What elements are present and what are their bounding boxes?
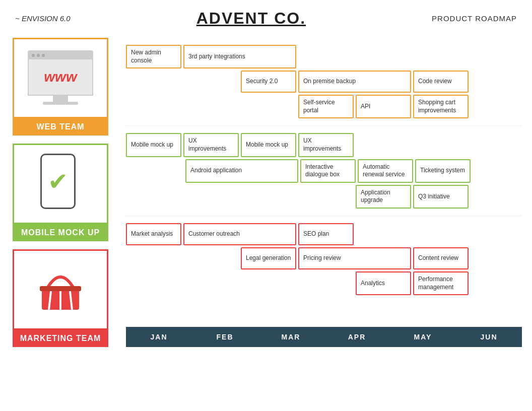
team-card-mobile: ✔ MOBILE MOCK UP	[10, 144, 111, 241]
web-team-rows: New admin console 3rd party integrations…	[126, 38, 522, 126]
task-3rd-party-integrations: 3rd party integrations	[183, 45, 296, 68]
www-text: www	[29, 59, 92, 95]
task-code-review: Code review	[413, 71, 469, 93]
task-ticketing-system: Ticketing system	[415, 159, 471, 183]
mobile-team-icon-container: ✔	[13, 144, 108, 224]
checkmark-icon: ✔	[48, 167, 68, 195]
marketing-team-label: MARKETING TEAM	[13, 330, 108, 347]
task-security-20: Security 2.0	[241, 71, 296, 93]
month-feb: FEB	[192, 327, 258, 347]
task-new-admin-console: New admin console	[126, 45, 181, 68]
task-content-review: Content review	[413, 247, 469, 269]
mobile-row-2: Android application Interactive dialogue…	[126, 159, 522, 183]
roadmap-rows: New admin console 3rd party integrations…	[126, 38, 522, 322]
team-card-web: www WEB TEAM	[10, 38, 111, 135]
task-shopping-cart-improvements: Shopping cart improvements	[413, 95, 469, 118]
task-analytics: Analytics	[356, 271, 411, 295]
task-mobile-mockup-1: Mobile mock up	[126, 133, 181, 157]
month-may: MAY	[390, 327, 456, 347]
task-performance-management: Performance management	[413, 271, 469, 295]
task-self-service-portal: Self-service portal	[298, 95, 354, 118]
marketing-row-3: Analytics Performance management	[126, 271, 522, 295]
month-mar: MAR	[258, 327, 324, 347]
task-legal-generation: Legal generation	[241, 247, 296, 269]
task-interactive-dialogue-box: Interactive dialogue box	[300, 159, 356, 183]
roadmap-area: New admin console 3rd party integrations…	[126, 38, 522, 347]
mobile-row-3: Application upgrade Q3 initiative	[126, 185, 522, 209]
task-seo-plan: SEO plan	[298, 223, 354, 245]
web-row-2: Security 2.0 On premise backup Code revi…	[126, 71, 522, 93]
mobile-team-rows: Mobile mock up UX improvements Mobile mo…	[126, 126, 522, 216]
web-team-label: WEB TEAM	[13, 118, 108, 135]
company-title: ADVENT CO.	[196, 9, 306, 28]
web-team-icon-container: www	[13, 38, 108, 118]
mobile-row-1: Mobile mock up UX improvements Mobile mo…	[126, 133, 522, 157]
web-row-1: New admin console 3rd party integrations	[126, 45, 522, 68]
month-apr: APR	[324, 327, 390, 347]
task-on-premise-backup: On premise backup	[298, 71, 411, 93]
mobile-team-label: MOBILE MOCK UP	[13, 224, 108, 241]
version-label: ~ ENVISION 6.0	[15, 14, 71, 23]
doc-type-label: PRODUCT ROADMAP	[432, 14, 517, 23]
marketing-team-icon-container	[13, 249, 108, 330]
marketing-row-1: Market analysis Customer outreach SEO pl…	[126, 223, 522, 245]
task-api: API	[356, 95, 411, 118]
task-ux-improvements-1: UX improvements	[183, 133, 239, 157]
svg-rect-4	[40, 286, 81, 291]
timeline-bar: JAN FEB MAR APR MAY JUN	[126, 327, 522, 347]
task-automatic-renewal-service: Automatic renewal service	[358, 159, 413, 183]
task-market-analysis: Market analysis	[126, 223, 181, 245]
team-card-marketing: MARKETING TEAM	[10, 249, 111, 347]
basket-svg-icon	[38, 264, 83, 315]
page-header: ~ ENVISION 6.0 ADVENT CO. PRODUCT ROADMA…	[0, 0, 532, 33]
mobile-phone-icon: ✔	[40, 154, 81, 214]
teams-column: www WEB TEAM ✔ MOBILE MOCK UP	[10, 38, 111, 347]
task-q3-initiative: Q3 initiative	[413, 185, 469, 209]
task-application-upgrade: Application upgrade	[356, 185, 411, 209]
marketing-row-2: Legal generation Pricing review Content …	[126, 247, 522, 269]
marketing-team-rows: Market analysis Customer outreach SEO pl…	[126, 216, 522, 302]
main-content: www WEB TEAM ✔ MOBILE MOCK UP	[0, 33, 532, 347]
task-mobile-mockup-2: Mobile mock up	[241, 133, 296, 157]
task-android-application: Android application	[185, 159, 298, 183]
month-jan: JAN	[126, 327, 192, 347]
web-row-3: Self-service portal API Shopping cart im…	[126, 95, 522, 118]
www-icon: www	[28, 50, 93, 106]
task-ux-improvements-2: UX improvements	[298, 133, 354, 157]
task-pricing-review: Pricing review	[298, 247, 411, 269]
task-customer-outreach: Customer outreach	[183, 223, 296, 245]
month-jun: JUN	[456, 327, 522, 347]
